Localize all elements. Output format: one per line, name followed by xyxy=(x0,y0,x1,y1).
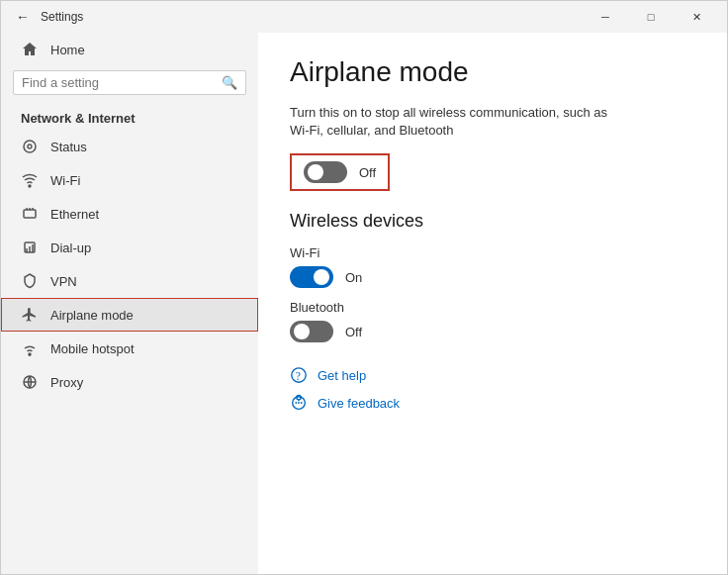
wifi-nav-label: Wi-Fi xyxy=(50,173,80,188)
ethernet-label: Ethernet xyxy=(50,207,99,222)
hotspot-icon xyxy=(21,339,39,357)
airplane-nav-icon xyxy=(21,306,39,324)
maximize-button[interactable]: □ xyxy=(628,1,674,33)
svg-point-18 xyxy=(295,402,297,404)
status-label: Status xyxy=(50,140,87,154)
sidebar-item-airplane[interactable]: Airplane mode xyxy=(1,298,258,332)
airplane-toggle-knob xyxy=(308,164,323,180)
home-label: Home xyxy=(50,43,85,57)
search-icon: 🔍 xyxy=(222,75,237,90)
window-title: Settings xyxy=(41,10,583,24)
wireless-section-title: Wireless devices xyxy=(290,211,695,232)
main-area: Home 🔍 Network & Internet Status xyxy=(1,33,727,574)
get-help-link[interactable]: ? Get help xyxy=(290,366,695,384)
back-button[interactable]: ← xyxy=(9,3,37,31)
svg-text:?: ? xyxy=(296,370,301,383)
status-icon xyxy=(21,138,39,155)
svg-point-20 xyxy=(301,402,303,404)
svg-point-1 xyxy=(28,144,32,148)
vpn-label: VPN xyxy=(50,274,77,289)
sidebar: Home 🔍 Network & Internet Status xyxy=(1,33,258,574)
wifi-toggle-knob xyxy=(314,269,329,285)
hotspot-label: Mobile hotspot xyxy=(50,341,135,356)
svg-point-0 xyxy=(24,141,36,152)
search-box[interactable]: 🔍 xyxy=(13,70,246,95)
get-help-icon: ? xyxy=(290,366,308,384)
dialup-label: Dial-up xyxy=(50,240,91,255)
svg-point-21 xyxy=(297,396,302,401)
home-icon xyxy=(21,41,39,58)
airplane-toggle[interactable] xyxy=(304,161,347,183)
content-area: Airplane mode Turn this on to stop all w… xyxy=(258,33,727,574)
vpn-icon xyxy=(21,272,39,290)
title-bar: ← Settings ─ □ ✕ xyxy=(1,1,727,33)
wifi-toggle-label: On xyxy=(345,270,362,285)
section-label: Network & Internet xyxy=(1,103,258,130)
wifi-toggle-row: On xyxy=(290,266,695,288)
search-input[interactable] xyxy=(22,75,222,90)
sidebar-item-dialup[interactable]: Dial-up xyxy=(1,231,258,264)
give-feedback-link[interactable]: Give feedback xyxy=(290,394,695,412)
bluetooth-toggle[interactable] xyxy=(290,321,333,342)
dialup-icon xyxy=(21,239,39,256)
sidebar-item-hotspot[interactable]: Mobile hotspot xyxy=(1,332,258,365)
wifi-toggle[interactable] xyxy=(290,266,333,288)
sidebar-item-proxy[interactable]: Proxy xyxy=(1,365,258,399)
wifi-device: Wi-Fi On xyxy=(290,245,695,288)
page-title: Airplane mode xyxy=(290,56,695,88)
proxy-label: Proxy xyxy=(50,375,83,390)
sidebar-item-home[interactable]: Home xyxy=(1,33,258,66)
sidebar-item-vpn[interactable]: VPN xyxy=(1,264,258,298)
bluetooth-device: Bluetooth Off xyxy=(290,300,695,342)
help-section: ? Get help xyxy=(290,366,695,412)
svg-point-19 xyxy=(298,402,300,404)
give-feedback-label: Give feedback xyxy=(318,396,400,411)
bluetooth-toggle-row: Off xyxy=(290,321,695,342)
svg-point-2 xyxy=(29,185,31,187)
airplane-nav-label: Airplane mode xyxy=(50,308,134,323)
get-help-label: Get help xyxy=(318,368,366,383)
wifi-nav-icon xyxy=(21,171,39,189)
airplane-toggle-container: Off xyxy=(290,153,390,191)
give-feedback-icon xyxy=(290,394,308,412)
bluetooth-toggle-knob xyxy=(294,324,310,339)
close-button[interactable]: ✕ xyxy=(674,1,719,33)
sidebar-item-status[interactable]: Status xyxy=(1,130,258,163)
sidebar-item-wifi[interactable]: Wi-Fi xyxy=(1,163,258,197)
minimize-button[interactable]: ─ xyxy=(583,1,628,33)
sidebar-item-ethernet[interactable]: Ethernet xyxy=(1,197,258,231)
wifi-device-name: Wi-Fi xyxy=(290,245,695,260)
airplane-toggle-label: Off xyxy=(359,165,376,180)
bluetooth-toggle-label: Off xyxy=(345,325,362,339)
window-controls: ─ □ ✕ xyxy=(583,1,719,33)
settings-window: ← Settings ─ □ ✕ Home 🔍 xyxy=(0,0,728,575)
description-text: Turn this on to stop all wireless commun… xyxy=(290,104,626,140)
ethernet-icon xyxy=(21,205,39,223)
svg-rect-3 xyxy=(24,210,36,218)
bluetooth-device-name: Bluetooth xyxy=(290,300,695,315)
proxy-icon xyxy=(21,373,39,391)
